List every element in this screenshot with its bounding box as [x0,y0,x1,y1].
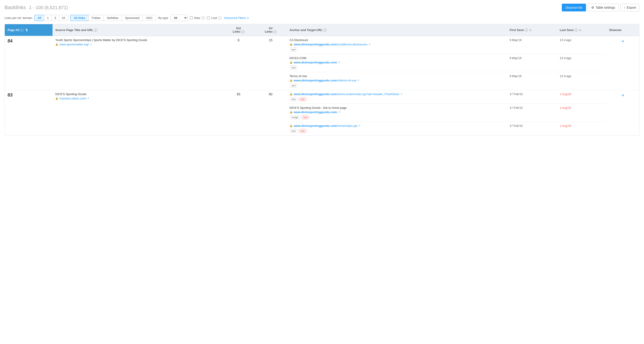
external-link-icon: ↗ [358,124,360,127]
int-links-value: 80 [255,90,287,135]
source-url-link[interactable]: www.sportsmatter.org/ [60,43,89,46]
per-domain-10[interactable]: 10 [59,15,68,21]
per-domain-3[interactable]: 3 [52,15,59,21]
col-source-page: Source Page Title and URL i [52,24,222,36]
source-url: 🔒 investors.dicks.com/ ↗ [55,97,220,100]
table-settings-label: Table settings [596,6,615,9]
export-icon: ↑ [624,6,626,9]
lock-icon: 🔒 [55,43,58,46]
table-row: 83 DICK'S Sporting Goods 🔒 investors.dic… [5,90,639,104]
link-type-group: All links Follow Nofollow Sponsored UGC [70,15,156,21]
first-seen-value: 17 Feb'15 [507,90,557,104]
page-as-value: 84 [5,36,52,90]
link-type-nofollow[interactable]: Nofollow [104,15,122,21]
ext-links-value: 65 [222,90,255,135]
anchor-entry: Terms of Use 🔒 www.dickssportinggoods.co… [290,74,504,88]
page-as-sort-icon: ⇅ [25,28,28,32]
link-type-follow[interactable]: Follow [88,15,104,21]
advanced-filters-label: Advanced Filters [224,16,246,20]
advanced-filters-button[interactable]: Advanced Filters ∨ [224,16,249,20]
page-header: Backlinks 1 - 100 (6,521,871) Disavow li… [4,4,640,11]
new-checkbox[interactable] [190,16,193,19]
per-domain-group: All 1 3 10 [34,15,68,21]
table-settings-button[interactable]: ⚙ Table settings [588,4,619,11]
anchor-tags: textlost [290,129,504,133]
disavow-button[interactable]: + [622,38,624,44]
last-seen-value: 13 d ago [557,72,606,90]
anchor-url-link[interactable]: www.dickssportinggoods.com/s/terms-of-us… [294,79,356,82]
anchor-url-link[interactable]: www.dickssportinggoods.com/s/california-… [294,43,368,46]
first-seen-value: 17 Feb'15 [507,122,557,135]
lost-checkbox[interactable] [207,16,210,19]
anchor-url: 🔒 www.dickssportinggoods.com/home/index.… [290,124,504,128]
gear-icon: ⚙ [591,6,594,9]
page-as-value: 83 [5,90,52,135]
last-seen-value: 1 Aug'20 [557,90,606,104]
source-info-icon[interactable]: i [94,28,97,32]
col-last-seen[interactable]: Last Seen i ⇅ [557,24,606,36]
col-first-seen[interactable]: First Seen i ⇅ [507,24,557,36]
anchor-url-link[interactable]: www.dickssportinggoods.com/storeLocator/… [294,92,400,96]
anchor-cell: Terms of Use 🔒 www.dickssportinggoods.co… [287,72,507,90]
header-actions: Disavow list ⚙ Table settings ↑ Export [562,4,640,11]
last-seen-sort-icon: ⇅ [579,29,581,31]
source-cell: Youth Sports Sponsorships | Sports Matte… [52,36,222,90]
new-info-icon[interactable]: i [202,16,204,20]
per-domain-1[interactable]: 1 [44,15,52,21]
external-link-icon: ↗ [357,79,359,82]
external-link-icon: ↗ [338,61,340,64]
first-seen-value: 17 Feb'15 [507,104,557,122]
backlinks-table: Page AS i ⇅ Source Page Title and URL i … [4,24,640,136]
anchor-tags: textlost [290,97,504,101]
source-url-link[interactable]: investors.dicks.com/ [60,97,86,100]
lock-icon: 🔒 [290,93,293,96]
last-seen-value: 1 Aug'20 [557,104,606,122]
lock-icon: 🔒 [290,124,293,127]
tag-lost: lost [298,97,306,101]
anchor-tags: text [290,83,504,88]
anchor-url-link[interactable]: www.dickssportinggoods.com/home/index.js… [294,124,358,128]
page-as-info-icon[interactable]: i [20,28,24,32]
anchor-entry: CA Disclosure 🔒 www.dickssportinggoods.c… [290,38,504,52]
anchor-url: 🔒 www.dickssportinggoods.com/s/californi… [290,43,504,46]
anchor-url-link[interactable]: www.dickssportinggoods.com/ [294,110,338,114]
lock-icon: 🔒 [290,43,293,46]
anchor-tags: imagelost [290,115,504,119]
external-link-icon: ↗ [90,43,92,46]
last-seen-value: 13 d ago [557,54,606,72]
tag-text: text [290,65,298,70]
new-label: New [194,16,200,20]
per-domain-all[interactable]: All [34,15,44,21]
link-type-sponsored[interactable]: Sponsored [122,15,142,21]
title-text: Backlinks [4,4,26,10]
tag-image: image [290,115,300,119]
anchor-url: 🔒 www.dickssportinggoods.com/storeLocato… [290,92,504,96]
int-links-value: 15 [255,36,287,90]
ext-links-info-icon[interactable]: i [242,30,244,33]
link-type-all[interactable]: All links [70,15,88,21]
new-filter-group[interactable]: New i [190,16,204,20]
col-page-as[interactable]: Page AS i ⇅ [5,24,52,36]
first-seen-info-icon[interactable]: i [525,28,528,32]
tag-lost: lost [302,115,310,119]
external-link-icon: ↗ [400,93,402,96]
link-type-ugc[interactable]: UGC [142,15,156,21]
tag-lost: lost [298,129,306,133]
last-seen-info-icon[interactable]: i [574,28,578,32]
col-disavow-label: Disavow [609,28,622,32]
external-link-icon: ↗ [87,97,89,100]
col-anchor: Anchor and Target URL i [287,24,507,36]
by-type-select[interactable]: All [170,14,188,21]
col-disavow: Disavow [606,24,639,36]
int-links-info-icon[interactable]: i [273,30,276,33]
lock-icon: 🔒 [290,111,293,114]
anchor-url-link[interactable]: www.dickssportinggoods.com/ [294,61,338,64]
export-button[interactable]: ↑ Export [620,4,640,11]
disavow-list-button[interactable]: Disavow list [562,4,586,11]
anchor-info-icon[interactable]: i [323,28,326,32]
lost-filter-group[interactable]: Lost i [207,16,222,20]
first-seen-value: 9 May'19 [507,54,557,72]
last-seen-value: 1 Aug'20 [557,122,606,135]
disavow-button[interactable]: + [622,92,624,98]
lost-info-icon[interactable]: i [218,16,222,20]
